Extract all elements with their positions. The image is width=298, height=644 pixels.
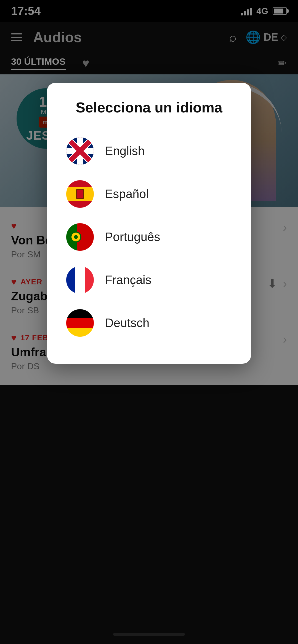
full-page: 17:54 4G Audios ⌕ 🌐 DE bbox=[0, 0, 298, 644]
language-item-portugues[interactable]: Português bbox=[63, 215, 235, 258]
language-modal: Selecciona un idioma English Español bbox=[47, 83, 251, 364]
language-list: English Español bbox=[63, 130, 235, 344]
language-name-espanol: Español bbox=[105, 187, 149, 201]
modal-title: Selecciona un idioma bbox=[63, 99, 235, 116]
flag-uk-cross bbox=[66, 137, 94, 165]
flag-de bbox=[66, 309, 94, 337]
language-item-english[interactable]: English bbox=[63, 130, 235, 173]
language-name-portugues: Português bbox=[105, 230, 160, 244]
language-name-francais: Français bbox=[105, 273, 151, 287]
flag-fr bbox=[66, 266, 94, 294]
flag-uk bbox=[66, 137, 94, 165]
language-item-deutsch[interactable]: Deutsch bbox=[63, 301, 235, 344]
language-name-deutsch: Deutsch bbox=[105, 316, 149, 330]
language-name-english: English bbox=[105, 144, 145, 158]
language-item-espanol[interactable]: Español bbox=[63, 173, 235, 215]
language-item-francais[interactable]: Français bbox=[63, 258, 235, 301]
flag-pt bbox=[66, 223, 94, 251]
flag-es bbox=[66, 180, 94, 208]
